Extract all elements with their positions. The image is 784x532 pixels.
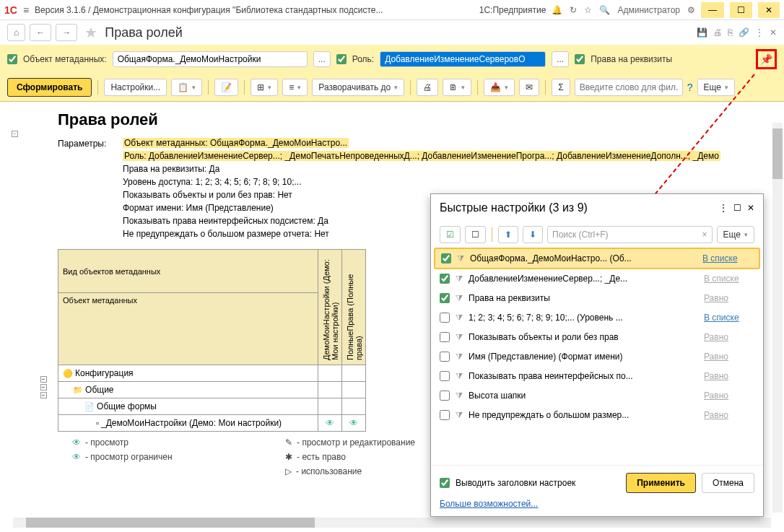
popup-title: Быстрые настройки (3 из 9) [440, 201, 713, 214]
search-icon[interactable]: 🔍 [599, 5, 610, 15]
bell-icon[interactable]: 🔔 [552, 5, 562, 15]
user-label[interactable]: Администратор [617, 5, 680, 15]
row-checkbox[interactable] [440, 313, 450, 323]
nav-back[interactable]: ← [30, 24, 51, 41]
home-button[interactable]: ⌂ [7, 24, 25, 41]
filter-icon[interactable]: ⚙ [687, 5, 695, 15]
tree-collapse-3[interactable]: − [40, 384, 47, 391]
meta-input[interactable] [113, 51, 308, 67]
row-text: ОбщаяФорма._ДемоМоиНастро... (Об... [470, 253, 697, 263]
history-icon[interactable]: ↻ [570, 5, 577, 15]
actions-icon[interactable]: ⋮ [755, 27, 764, 38]
copy-dropdown[interactable]: 📋 [171, 79, 202, 96]
meta-label: Объект метаданных: [23, 54, 107, 64]
row-checkbox[interactable] [440, 352, 450, 362]
popup-row[interactable]: ⧩Высота шапкиРавно [434, 386, 760, 406]
close-tab-icon[interactable]: ✕ [770, 27, 777, 38]
row-checkbox[interactable] [440, 371, 450, 381]
window-maximize[interactable]: ☐ [730, 2, 752, 18]
tree-collapse-2[interactable]: − [40, 376, 47, 383]
star-icon[interactable]: ☆ [584, 5, 592, 15]
expand-button[interactable]: Разворачивать до [312, 79, 404, 96]
check-all-button[interactable]: ☑ [440, 226, 461, 243]
role-more-button[interactable]: ... [552, 51, 569, 67]
row-action-link[interactable]: Равно [704, 391, 754, 401]
popup-maximize-icon[interactable]: ☐ [733, 203, 741, 213]
row-checkbox[interactable] [440, 391, 450, 401]
popup-row[interactable]: ⧩Показывать объекты и роли без правРавно [434, 328, 760, 347]
apply-button[interactable]: Применить [626, 473, 696, 493]
print-button[interactable]: 🖨 [417, 79, 438, 96]
horizontal-scrollbar[interactable] [13, 518, 771, 528]
row-action-link[interactable]: Равно [704, 293, 754, 303]
window-close[interactable]: ✕ [758, 2, 780, 18]
rights-checkbox[interactable] [575, 54, 585, 64]
row-action-link[interactable]: Равно [704, 332, 754, 342]
row-action-link[interactable]: Равно [704, 352, 754, 362]
funnel-icon: ⧩ [457, 253, 464, 263]
variant-button[interactable]: 📝 [214, 79, 238, 96]
pin-icon[interactable]: 📌 [760, 53, 772, 65]
preview-dropdown[interactable]: 🗎 [443, 79, 471, 96]
popup-search[interactable]: Поиск (Ctrl+F) × [547, 226, 713, 243]
row-action-link[interactable]: Равно [704, 371, 754, 381]
search-input[interactable] [575, 79, 683, 96]
move-up-button[interactable]: ⬆ [498, 226, 518, 243]
row-action-link[interactable]: В списке [704, 274, 754, 284]
tree-dropdown[interactable]: ⊞ [251, 79, 278, 96]
menu-icon[interactable]: ≡ [23, 4, 29, 16]
row-action-link[interactable]: В списке [702, 253, 753, 263]
row-text: Права на реквизиты [469, 293, 698, 303]
role-checkbox[interactable] [336, 54, 347, 64]
row-action-link[interactable]: В списке [704, 313, 754, 323]
tree-collapse-4[interactable]: − [40, 392, 47, 398]
popup-row[interactable]: ⧩Права на реквизитыРавно [434, 289, 760, 308]
move-down-button[interactable]: ⬇ [523, 226, 543, 243]
asterisk-icon: ✱ [285, 452, 292, 462]
favorite-icon[interactable]: ★ [84, 24, 97, 41]
popup-close-icon[interactable]: ✕ [747, 203, 754, 213]
popup-more-button[interactable]: Еще [717, 226, 754, 243]
meta-checkbox[interactable] [7, 54, 17, 64]
print-icon[interactable]: 🖨 [713, 27, 722, 38]
popup-row[interactable]: ⧩ДобавлениеИзменениеСервер...; _Де...В с… [434, 269, 760, 289]
popup-row[interactable]: ⧩Показывать права неинтерфейсных по...Ра… [434, 367, 760, 386]
row-checkbox[interactable] [440, 410, 450, 420]
clear-search-icon[interactable]: × [702, 230, 707, 240]
sum-button[interactable]: Σ [552, 79, 570, 96]
output-headers-checkbox[interactable] [440, 478, 450, 488]
export-icon[interactable]: ⎘ [728, 27, 733, 38]
generate-button[interactable]: Сформировать [7, 78, 92, 97]
role-input[interactable] [380, 51, 546, 67]
funnel-icon: ⧩ [456, 313, 463, 323]
save-dropdown[interactable]: 📥 [484, 79, 515, 96]
row-checkbox[interactable] [441, 253, 451, 263]
save-icon[interactable]: 💾 [697, 27, 707, 38]
window-minimize[interactable]: — [701, 2, 724, 18]
settings-button[interactable]: Настройки... [104, 79, 167, 96]
popup-menu-icon[interactable]: ⋮ [719, 203, 728, 213]
collapse-dropdown[interactable]: ≡ [282, 79, 308, 96]
row-text: Показывать права неинтерфейсных по... [469, 371, 698, 381]
more-options-link[interactable]: Больше возможностей... [440, 499, 538, 509]
row-checkbox[interactable] [440, 332, 450, 342]
popup-row[interactable]: ⧩Имя (Представление) (Формат имени)Равно [434, 347, 760, 367]
link-icon[interactable]: 🔗 [739, 27, 749, 38]
pin-highlight: 📌 [756, 49, 777, 69]
row-checkbox[interactable] [440, 293, 450, 303]
help-icon[interactable]: ? [687, 82, 693, 93]
popup-row[interactable]: ⧩1; 2; 3; 4; 5; 6; 7; 8; 9; 10;... (Уров… [434, 308, 760, 328]
cancel-button[interactable]: Отмена [702, 473, 754, 493]
uncheck-all-button[interactable]: ☐ [465, 226, 486, 243]
more-button[interactable]: Еще [697, 79, 735, 96]
nav-forward[interactable]: → [56, 24, 77, 41]
vertical-scrollbar[interactable] [772, 123, 783, 513]
mail-button[interactable]: ✉ [519, 79, 539, 96]
funnel-icon: ⧩ [456, 332, 463, 342]
row-checkbox[interactable] [440, 274, 450, 284]
popup-row[interactable]: ⧩Не предупреждать о большом размер...Рав… [434, 406, 760, 425]
meta-more-button[interactable]: ... [313, 51, 331, 67]
tree-collapse-1[interactable]: − [12, 131, 18, 137]
row-action-link[interactable]: Равно [704, 410, 754, 420]
popup-row[interactable]: ⧩ОбщаяФорма._ДемоМоиНастро... (Об...В сп… [434, 248, 760, 269]
